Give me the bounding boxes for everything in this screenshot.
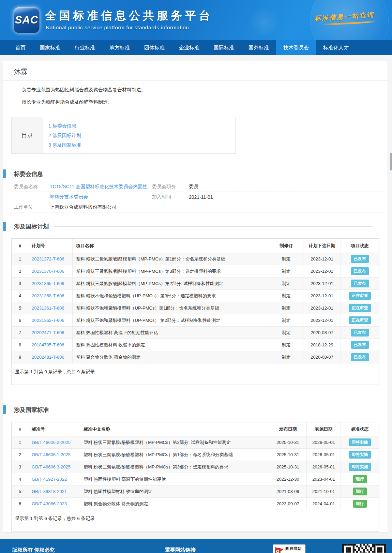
standard-name: 塑料 粉状不饱和聚酯模塑料（UP-PMCs） 第2部分：试样制备和性能测定 — [73, 314, 269, 327]
nav-item-4[interactable]: 团体标准 — [137, 40, 172, 55]
committee-org-label: 工作单位 — [14, 204, 50, 210]
standard-id-link[interactable]: 20231362-T-606 — [32, 318, 64, 323]
cell-num: 4 — [12, 290, 28, 302]
plan-table-row: 120231372-T-606塑料 粉状三聚氰胺/酚醛模塑料（MP-PMCs）第… — [12, 253, 379, 265]
committee-join-label: 加入时间 — [152, 194, 189, 200]
cell-pub_date: 2022-12-30 — [269, 473, 307, 485]
toc-label: 目录 — [12, 117, 43, 153]
nav-item-6[interactable]: 国际标准 — [207, 40, 241, 55]
standard-id-link[interactable]: GB/T 43086-2023 — [32, 501, 67, 506]
standard-id-link[interactable]: 20231365-T-606 — [32, 281, 64, 286]
committee-name-link-line1[interactable]: TC15/SC11 全国塑料标准化技术委员会热固性 — [50, 184, 147, 189]
standard-name: 塑料 热固性模塑料 高温下的短期性能评估 — [80, 473, 269, 485]
page-title: 沐霖 — [14, 67, 377, 76]
standard-name: 塑料 聚合物分散体 筛余物的测定 — [80, 498, 269, 510]
nav-item-2[interactable]: 行业标准 — [67, 40, 102, 55]
scrollbar-thumb[interactable] — [390, 153, 392, 170]
qr-code: SAC 中国标准 — [342, 544, 386, 553]
section-head-plans: 涉及国标计划 — [3, 222, 388, 231]
toc-link-1[interactable]: 1 标委会信息 — [48, 121, 235, 131]
nav-item-7[interactable]: 国外标准 — [241, 40, 276, 55]
standards-table-summary: 显示第 1 到第 6 条记录，总共 6 条记录 — [12, 510, 379, 531]
section-bar-icon — [3, 169, 6, 178]
status-badge: 现行 — [353, 488, 367, 495]
cell-impl_date: 2024-04-01 — [307, 498, 341, 510]
standard-id-link[interactable]: GB/T 46606.1-2025 — [32, 452, 71, 457]
standard-id-link[interactable]: 20231358-T-606 — [32, 293, 64, 298]
status-badge: 已发布 — [351, 255, 369, 263]
column-header: 发布日期 — [269, 422, 307, 436]
standard-id-link[interactable]: 20202471-T-606 — [32, 330, 64, 335]
section-head-standards: 涉及国家标准 — [3, 405, 388, 414]
standard-id-link[interactable]: 20202481-T-606 — [32, 355, 64, 360]
standard-id-link[interactable]: 20231370-T-606 — [32, 269, 64, 274]
plan-table-row: 820184785-T-606塑料 热固性模塑材料 收缩率的测定制定2018-1… — [12, 339, 379, 351]
cell-num: 6 — [12, 498, 28, 510]
nav-item-1[interactable]: 国家标准 — [33, 40, 67, 55]
standard-name: 塑料 粉状三聚氰胺/酚醛模塑料（MP-PMCs）第3部分：选定模塑料的要求 — [73, 265, 269, 278]
standard-name: 塑料 粉状三聚氰胺/酚醛模塑料（MP-PMCs）第2部分: 试样制备和性能测定 — [73, 278, 269, 290]
toc-link-2[interactable]: 2 涉及国标计划 — [48, 131, 235, 140]
column-header: 项目状态 — [341, 239, 379, 253]
status-badge: 即将实施 — [349, 463, 371, 471]
section-divider — [54, 226, 372, 227]
section-bar-icon — [3, 222, 6, 231]
nav-item-5[interactable]: 企业标准 — [172, 40, 207, 55]
profile-paragraph-1: 负责专业范围为热固性树脂合成及聚合物基复合材料制造。 — [22, 86, 377, 93]
cell-pub_date: 2025-10-31 — [269, 461, 307, 473]
committee-info-row-1: 委员会名称 TC15/SC11 全国塑料标准化技术委员会热固性 委员会职务 委员 — [8, 182, 383, 192]
section-title-committee: 标委会信息 — [14, 170, 43, 178]
section-head-committee: 标委会信息 — [3, 169, 388, 178]
standard-name: 塑料 粉状三聚氰胺/酚醛模塑料（MP-PMCs）第3部分：选定模塑料的要求 — [80, 461, 269, 473]
status-badge: 正在审查 — [349, 316, 371, 324]
sac-logo-icon[interactable]: SAC — [14, 7, 40, 33]
standards-table: #标准号标准中文名称发布日期实施日期标准状态 1GB/T 46606.2-202… — [12, 422, 379, 510]
standard-id-link[interactable]: GB/T 46606.3-2025 — [32, 464, 71, 469]
standard-id-link[interactable]: GB/T 39818-2021 — [32, 489, 67, 494]
cell-pub_date: 2025-10-31 — [269, 436, 307, 449]
gov-website-error-report-badge[interactable]: 政府网站 找错 — [273, 544, 305, 553]
plans-table-summary: 显示第 1 到第 9 条记录，总共 9 条记录 — [12, 363, 379, 385]
cell-num: 7 — [12, 327, 28, 339]
committee-name-link-line2[interactable]: 塑料分技术委员会 — [50, 194, 88, 199]
standard-table-row: 5GB/T 39818-2021塑料 热固性模塑材料 收缩率的测定2021-03… — [12, 485, 379, 498]
plan-table-row: 220231370-T-606塑料 粉状三聚氰胺/酚醛模塑料（MP-PMCs）第… — [12, 265, 379, 278]
status-badge: 即将实施 — [349, 451, 371, 459]
status-badge: 现行 — [353, 500, 367, 508]
committee-org-value: 上海欧亚合成材料股份有限公司 — [50, 204, 117, 210]
committee-info-row-3: 工作单位 上海欧亚合成材料股份有限公司 — [8, 202, 383, 212]
section-bar-icon — [3, 405, 6, 414]
plans-table-header-row: #计划号项目名称制修订计划下达日期项目状态 — [12, 239, 379, 253]
plan-table-row: 520231361-T-606塑料 粉状不饱和聚酯模塑料（UP-PMCs）第1部… — [12, 302, 379, 314]
standards-table-header-row: #标准号标准中文名称发布日期实施日期标准状态 — [12, 422, 379, 436]
committee-role-label: 委员会职务 — [152, 184, 189, 190]
nav-item-0[interactable]: 首页 — [8, 40, 33, 55]
cell-date: 2020-08-07 — [303, 351, 341, 363]
plan-table-row: 420231358-T-606塑料 粉状不饱和聚酯模塑料（UP-PMCs） 第3… — [12, 290, 379, 302]
cell-type: 制定 — [269, 314, 303, 327]
standard-table-row: 3GB/T 46606.3-2025塑料 粉状三聚氰胺/酚醛模塑料（MP-PMC… — [12, 461, 379, 473]
toc-link-3[interactable]: 3 涉及国家标准 — [48, 140, 235, 150]
cell-date: 2023-12-01 — [303, 290, 341, 302]
plan-table-row: 320231365-T-606塑料 粉状三聚氰胺/酚醛模塑料（MP-PMCs）第… — [12, 278, 379, 290]
standard-id-link[interactable]: GB/T 41927-2022 — [32, 477, 67, 482]
footer-links-column: 重要网站链接 国家市场监督管理总局国家标准化管理委员会国家市场监督管理总局国家标… — [165, 547, 267, 553]
cell-num: 3 — [12, 278, 28, 290]
nav-item-9[interactable]: 标准化人才 — [316, 40, 356, 55]
standard-id-link[interactable]: 20231372-T-606 — [32, 256, 64, 261]
cell-num: 1 — [12, 436, 28, 449]
standard-id-link[interactable]: GB/T 46606.2-2025 — [32, 440, 71, 445]
cell-date: 2023-12-01 — [303, 253, 341, 265]
cell-impl_date: 2026-05-01 — [307, 461, 341, 473]
standard-id-link[interactable]: 20231361-T-606 — [32, 305, 64, 311]
plans-table: #计划号项目名称制修订计划下达日期项目状态 120231372-T-606塑料 … — [12, 239, 379, 363]
standard-id-link[interactable]: 20184785-T-606 — [32, 342, 64, 347]
plan-table-row: 920202481-T-606塑料 聚合物分散体 筛余物的测定制定2020-08… — [12, 351, 379, 363]
toc-links: 1 标委会信息2 涉及国标计划3 涉及国家标准 — [43, 117, 235, 153]
nav-item-8[interactable]: 技术委员会 — [276, 40, 316, 55]
cell-impl_date: 2026-05-01 — [307, 436, 341, 449]
toc-box: 目录 1 标委会信息2 涉及国标计划3 涉及国家标准 — [11, 117, 236, 154]
nav-item-3[interactable]: 地方标准 — [102, 40, 137, 55]
plan-table-row: 620231362-T-606塑料 粉状不饱和聚酯模塑料（UP-PMCs） 第2… — [12, 314, 379, 327]
cell-type: 制定 — [269, 339, 303, 351]
